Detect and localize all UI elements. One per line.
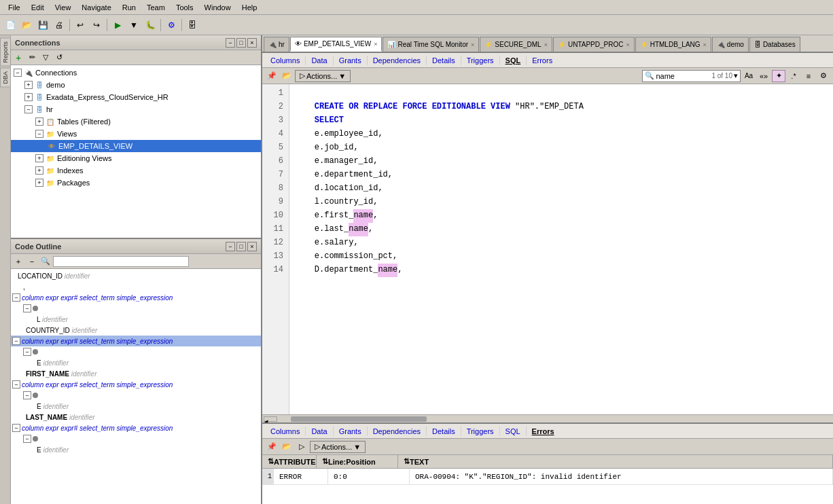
tab-htmldb[interactable]: ⚡ HTMLDB_LANG × [635,37,711,52]
bottom-open-btn[interactable]: 📂 [280,441,294,453]
tree-packages[interactable]: + 📁 Packages [11,177,261,189]
tables-expand[interactable]: + [35,118,43,126]
tab-emp-details[interactable]: 👁 EMP_DETAILS_VIEW × [290,37,383,52]
tab-hr[interactable]: 🔌 hr [264,37,289,52]
redo-button[interactable]: ↪ [89,18,104,33]
untappd-close[interactable]: × [626,41,629,48]
expand-icon[interactable]: − [14,69,22,77]
error-row-1[interactable]: 1 ERROR 0:0 ORA-00904: "K"."REGION_ID": … [262,469,833,485]
views-expand[interactable]: − [35,130,43,138]
outline-maximize[interactable]: □ [236,242,246,251]
bottom-sub-grants[interactable]: Grants [334,427,368,436]
db-button[interactable]: 🗄 [185,18,200,33]
code-editor[interactable]: 1 2 3 4 5 6 7 8 9 10 11 12 13 14 [262,84,833,414]
bottom-sub-columns[interactable]: Columns [265,427,306,436]
tab-untappd[interactable]: ⚡ UNTAPPD_PROC × [553,37,635,52]
tree-exadata[interactable]: + 🗄 Exadata_Express_CloudService_HR [11,91,261,103]
pin-btn[interactable]: 📌 [265,70,279,82]
sub-tab-grants[interactable]: Grants [334,56,368,65]
outline-item-e-id2[interactable]: E identifier [11,401,261,412]
bottom-pin-btn[interactable]: 📌 [265,441,279,453]
menu-window[interactable]: Window [199,2,236,13]
outline-close[interactable]: × [247,242,257,251]
tab-realtime[interactable]: 📊 Real Time SQL Monitor × [383,37,479,52]
tree-indexes[interactable]: + 📁 Indexes [11,164,261,177]
new-connection-btn[interactable]: + [12,52,24,64]
packages-expand[interactable]: + [35,179,43,187]
dba-tab[interactable]: DBA [0,68,11,88]
tab-demo[interactable]: 🔌 demo [712,37,749,52]
realtime-close[interactable]: × [471,41,474,48]
h-scroll-left[interactable]: ◂ [264,416,277,422]
tree-tables[interactable]: + 📋 Tables (Filtered) [11,115,261,128]
new-button[interactable]: 📄 [3,18,18,33]
run-button[interactable]: ▶ [110,18,125,33]
hr-expand[interactable]: − [24,105,33,113]
outline-collapse-btn[interactable]: − [26,255,38,268]
h-scroll-thumb[interactable] [291,416,427,422]
connections-minimize[interactable]: − [226,38,235,48]
outline-expand-btn[interactable]: + [12,255,24,268]
outline-item-e-id1[interactable]: E identifier [11,357,261,368]
tree-demo[interactable]: + 🗄 demo [11,79,261,91]
connections-maximize[interactable]: □ [236,38,246,48]
outline-item-firstname[interactable]: FIRST_NAME identifier [11,368,261,379]
match-case-btn[interactable]: Aa [742,70,756,82]
compile-button[interactable]: ⚙ [164,18,179,33]
outline-search-input[interactable] [53,256,189,267]
tree-emp-details-view[interactable]: 👁 EMP_DETAILS_VIEW [11,140,261,152]
exadata-expand[interactable]: + [24,93,33,101]
outline-item-e-id3[interactable]: E identifier [11,444,261,455]
undo-button[interactable]: ↩ [73,18,88,33]
sub-tab-triggers[interactable]: Triggers [461,56,500,65]
outline-search-btn[interactable]: 🔍 [39,255,52,268]
settings-editor-btn[interactable]: ⚙ [817,70,830,82]
menu-edit[interactable]: Edit [26,2,50,13]
bottom-sub-dependencies[interactable]: Dependencies [368,427,427,436]
sub-tab-dependencies[interactable]: Dependencies [368,56,427,65]
menu-help[interactable]: Help [236,2,263,13]
outline-item-col3[interactable]: − column expr expr# select_term simple_e… [11,422,261,433]
tree-editioning-views[interactable]: + 📁 Editioning Views [11,152,261,164]
menu-file[interactable]: File [3,2,26,13]
bottom-sub-data[interactable]: Data [306,427,333,436]
outline-item-dot4[interactable]: − [11,433,261,444]
match-btn[interactable]: .* [787,70,800,82]
bottom-actions-button[interactable]: ▷ Actions... ▼ [310,441,366,453]
open-editor-btn[interactable]: 📂 [280,70,294,82]
outline-item-col-last[interactable]: − column expr expr# select_term simple_e… [11,379,261,390]
save-button[interactable]: 💾 [35,18,50,33]
sub-tab-details[interactable]: Details [427,56,461,65]
emp-tab-close[interactable]: × [374,41,377,48]
secure-dml-close[interactable]: × [544,41,548,48]
sub-tab-columns[interactable]: Columns [265,56,306,65]
bottom-sub-sql[interactable]: SQL [500,427,527,436]
tree-views[interactable]: − 📁 Views [11,128,261,140]
highlight-btn[interactable]: ✦ [772,70,785,82]
tree-connections-root[interactable]: − 🔌 Connections [11,67,261,79]
outline-item-dot2[interactable]: − [11,346,261,357]
bottom-sub-errors[interactable]: Errors [527,427,560,436]
demo-expand[interactable]: + [24,81,33,89]
bottom-sub-triggers[interactable]: Triggers [461,427,500,436]
outline-item-country[interactable]: COUNTRY_ID identifier [11,325,261,336]
actions-button[interactable]: ▷ Actions... ▼ [295,70,351,82]
outline-minimize[interactable]: − [226,242,235,251]
outline-item-col1[interactable]: − column expr expr# select_term simple_e… [11,292,261,303]
outline-item-dot1[interactable]: − [11,303,261,314]
open-button[interactable]: 📂 [19,18,34,33]
outline-item-l-id[interactable]: L identifier [11,314,261,325]
sub-tab-data[interactable]: Data [306,56,333,65]
tab-secure-dml[interactable]: ⚡ SECURE_DML × [480,37,552,52]
word-btn[interactable]: «» [757,70,770,82]
bottom-sub-details[interactable]: Details [427,427,461,436]
sub-tab-errors[interactable]: Errors [527,56,558,65]
menu-team[interactable]: Team [141,2,171,13]
list-btn[interactable]: ≡ [802,70,815,82]
outline-item-location[interactable]: LOCATION_ID identifier [11,270,261,281]
outline-item-col-first[interactable]: − column expr expr# select_term simple_e… [11,336,261,346]
h-scrollbar[interactable]: ◂ [262,414,833,422]
run-dropdown[interactable]: ▼ [126,18,141,33]
tab-databases[interactable]: 🗄 Databases [749,37,800,52]
menu-navigate[interactable]: Navigate [76,2,116,13]
